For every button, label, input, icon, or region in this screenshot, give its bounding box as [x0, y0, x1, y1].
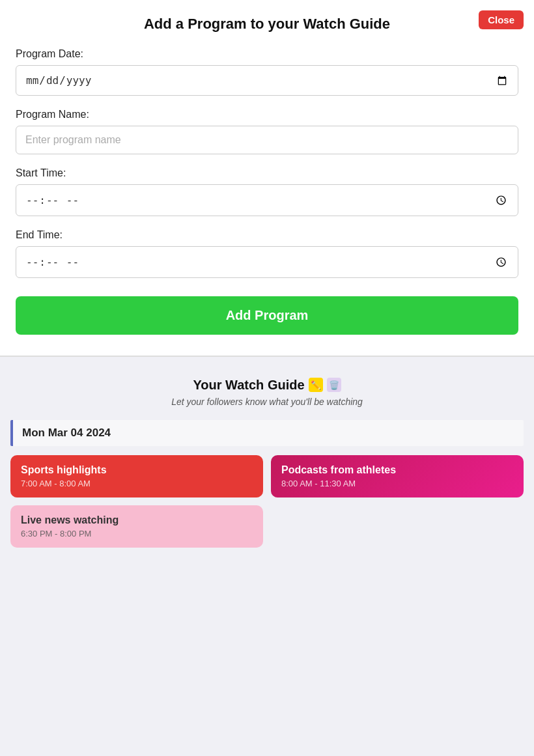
modal-title: Add a Program to your Watch Guide: [16, 16, 518, 33]
edit-watch-guide-icon[interactable]: [309, 378, 323, 392]
program-time-sports: 7:00 AM - 8:00 AM: [21, 479, 253, 488]
program-name-live-news: Live news watching: [21, 514, 253, 526]
end-time-group: End Time:: [16, 229, 518, 278]
program-name-label: Program Name:: [16, 109, 518, 120]
program-time-live-news: 6:30 PM - 8:00 PM: [21, 529, 253, 539]
date-section: Mon Mar 04 2024: [10, 420, 524, 446]
add-program-button[interactable]: Add Program: [16, 296, 518, 335]
date-label: Mon Mar 04 2024: [22, 427, 111, 439]
delete-watch-guide-icon[interactable]: [327, 378, 341, 392]
start-time-label: Start Time:: [16, 167, 518, 179]
program-card-live-news[interactable]: Live news watching 6:30 PM - 8:00 PM: [10, 505, 263, 548]
program-card-sports-highlights[interactable]: Sports highlights 7:00 AM - 8:00 AM: [10, 455, 263, 497]
start-time-group: Start Time:: [16, 167, 518, 216]
watch-guide-title: Your Watch Guide: [193, 378, 341, 393]
add-program-modal: Add a Program to your Watch Guide Close …: [0, 0, 534, 357]
watch-guide-section: Your Watch Guide Let your followers know…: [0, 357, 534, 568]
program-name-sports: Sports highlights: [21, 464, 253, 476]
programs-row-1: Sports highlights 7:00 AM - 8:00 AM Podc…: [10, 455, 524, 497]
program-date-group: Program Date:: [16, 48, 518, 96]
end-time-label: End Time:: [16, 229, 518, 241]
close-button[interactable]: Close: [479, 10, 524, 29]
program-time-podcasts: 8:00 AM - 11:30 AM: [281, 479, 513, 488]
programs-row-2: Live news watching 6:30 PM - 8:00 PM: [10, 505, 524, 548]
watch-guide-header: Your Watch Guide: [10, 378, 524, 393]
program-name-group: Program Name:: [16, 109, 518, 154]
program-date-label: Program Date:: [16, 48, 518, 60]
program-date-input[interactable]: [16, 65, 518, 96]
watch-guide-subtitle: Let your followers know what you'll be w…: [10, 397, 524, 407]
program-name-podcasts: Podcasts from athletes: [281, 464, 513, 476]
program-card-podcasts[interactable]: Podcasts from athletes 8:00 AM - 11:30 A…: [271, 455, 524, 497]
program-name-input[interactable]: [16, 126, 518, 154]
start-time-input[interactable]: [16, 184, 518, 216]
end-time-input[interactable]: [16, 246, 518, 278]
